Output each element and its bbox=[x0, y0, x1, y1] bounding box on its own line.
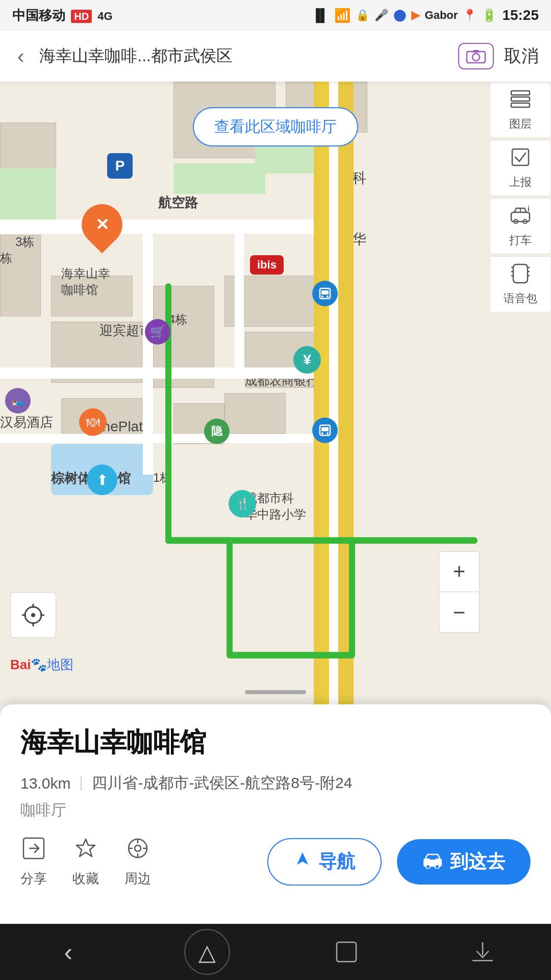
voice-button[interactable]: 语音包 bbox=[490, 256, 551, 312]
zoom-in-button[interactable]: + bbox=[439, 551, 480, 592]
battery-icon: 🔋 bbox=[482, 8, 497, 22]
svg-rect-8 bbox=[321, 427, 329, 431]
wifi-icon: 📶 bbox=[334, 8, 350, 23]
school-marker: 🍴 bbox=[229, 490, 256, 518]
place-distance: 13.0km bbox=[20, 775, 70, 792]
place-address: 四川省-成都市-武侯区-航空路8号-附24 bbox=[92, 773, 352, 794]
mic-icon: 🎤 bbox=[374, 9, 388, 22]
shop-marker-yingbin: 🛒 bbox=[145, 319, 170, 345]
svg-point-28 bbox=[31, 613, 35, 617]
taxi-button[interactable]: i 打车 bbox=[490, 198, 551, 254]
gabor-label: Gabor bbox=[425, 9, 458, 22]
svg-point-10 bbox=[327, 432, 329, 434]
svg-rect-11 bbox=[511, 91, 530, 95]
svg-text:i: i bbox=[528, 205, 530, 213]
share-button[interactable]: 分享 bbox=[20, 836, 47, 888]
nav-recent-button[interactable] bbox=[326, 932, 367, 972]
nearby-label: 周边 bbox=[124, 870, 151, 888]
svg-rect-4 bbox=[321, 290, 329, 295]
recent-apps-icon bbox=[335, 940, 358, 964]
my-location-button[interactable] bbox=[10, 592, 56, 638]
action-buttons-row: 分享 收藏 周边 导航 bbox=[20, 836, 531, 888]
voice-label: 语音包 bbox=[504, 291, 537, 306]
svg-rect-13 bbox=[511, 103, 530, 107]
goto-button[interactable]: 到这去 bbox=[397, 839, 531, 885]
carrier-label: 中国移动 HD 4G bbox=[12, 7, 113, 24]
circle-icon: ⬤ bbox=[393, 9, 406, 22]
svg-point-5 bbox=[321, 296, 323, 298]
share-icon bbox=[21, 836, 46, 866]
place-category: 咖啡厅 bbox=[20, 800, 531, 821]
favorite-button[interactable]: 收藏 bbox=[72, 836, 99, 888]
hd-badge: HD bbox=[71, 10, 92, 23]
search-input[interactable]: 海幸山幸咖啡...都市武侯区 bbox=[39, 45, 448, 67]
layers-label: 图层 bbox=[509, 116, 532, 132]
map-zoom-controls: + − bbox=[439, 551, 480, 633]
svg-rect-45 bbox=[430, 856, 436, 860]
camera-search-button[interactable] bbox=[458, 43, 494, 69]
baidu-logo: Bai🐾地图 bbox=[10, 656, 73, 674]
svg-point-44 bbox=[435, 865, 439, 869]
info-divider bbox=[81, 776, 82, 791]
goto-label: 到这去 bbox=[450, 849, 505, 874]
svg-rect-12 bbox=[511, 97, 530, 101]
svg-rect-46 bbox=[337, 942, 356, 962]
view-coffee-button[interactable]: 查看此区域咖啡厅 bbox=[193, 107, 358, 146]
camera-icon bbox=[466, 48, 486, 64]
favorite-label: 收藏 bbox=[72, 870, 99, 888]
vpn-icon: 🔒 bbox=[356, 9, 369, 22]
location-icon: 📍 bbox=[463, 9, 477, 22]
parking-marker: P bbox=[107, 153, 133, 179]
back-button[interactable]: ‹ bbox=[12, 40, 29, 73]
bottom-navigation: ‹ △ bbox=[0, 924, 551, 980]
svg-marker-41 bbox=[297, 852, 308, 865]
svg-point-6 bbox=[327, 296, 329, 298]
venue-marker: ⬆ bbox=[87, 464, 117, 495]
cancel-button[interactable]: 取消 bbox=[504, 44, 539, 68]
zoom-out-button[interactable]: − bbox=[439, 592, 480, 633]
svg-rect-20 bbox=[513, 264, 528, 283]
report-label: 上报 bbox=[509, 175, 532, 190]
navigate-label: 导航 bbox=[318, 849, 355, 874]
time-label: 15:25 bbox=[502, 7, 539, 23]
svg-marker-34 bbox=[77, 839, 95, 856]
bus-marker-1 bbox=[312, 281, 338, 306]
green-marker-park: 隐 bbox=[204, 419, 230, 444]
navigate-icon bbox=[294, 851, 311, 873]
bus-marker-2 bbox=[312, 418, 338, 443]
voice-icon bbox=[509, 262, 532, 288]
hotel-marker: 🛌 bbox=[5, 388, 31, 413]
map-tools-sidebar: 图层 上报 i 打车 bbox=[490, 82, 551, 314]
svg-rect-2 bbox=[473, 50, 479, 53]
layers-icon bbox=[509, 88, 532, 113]
report-button[interactable]: 上报 bbox=[490, 140, 551, 196]
nav-back-button[interactable]: ‹ bbox=[48, 932, 89, 972]
layers-button[interactable]: 图层 bbox=[490, 82, 551, 138]
signal-icon: ▐▌ bbox=[312, 8, 329, 22]
place-name: 海幸山幸咖啡馆 bbox=[20, 725, 531, 761]
svg-point-36 bbox=[135, 845, 141, 851]
place-detail-panel: 海幸山幸咖啡馆 13.0km 四川省-成都市-武侯区-航空路8号-附24 咖啡厅… bbox=[0, 704, 551, 924]
network-type: 4G bbox=[97, 10, 112, 22]
restaurant-marker-oneplate: 🍽 bbox=[79, 408, 107, 436]
status-right: ▐▌ 📶 🔒 🎤 ⬤ ▶ Gabor 📍 🔋 15:25 bbox=[312, 7, 539, 23]
play-icon: ▶ bbox=[411, 9, 420, 22]
ibis-marker: ibis bbox=[250, 255, 284, 275]
taxi-label: 打车 bbox=[509, 233, 532, 248]
favorite-icon bbox=[73, 836, 98, 866]
download-icon bbox=[471, 940, 494, 964]
navigate-button[interactable]: 导航 bbox=[267, 838, 382, 886]
nav-download-button[interactable] bbox=[462, 932, 503, 972]
search-bar: ‹ 海幸山幸咖啡...都市武侯区 取消 bbox=[0, 31, 551, 82]
svg-point-43 bbox=[426, 865, 430, 869]
nearby-button[interactable]: 周边 bbox=[124, 836, 151, 888]
car-icon bbox=[422, 851, 443, 873]
nav-home-button[interactable]: △ bbox=[184, 929, 230, 975]
bank-marker: ¥ bbox=[293, 346, 321, 374]
svg-point-1 bbox=[472, 54, 480, 61]
map-area[interactable]: 查看此区域咖啡厅 航空路 3栋 栋 4栋 1栋 海幸山幸咖啡馆 迎宾超市 one… bbox=[0, 82, 551, 704]
taxi-icon: i bbox=[509, 204, 532, 230]
share-label: 分享 bbox=[20, 870, 47, 888]
svg-point-9 bbox=[321, 432, 323, 434]
place-info-row: 13.0km 四川省-成都市-武侯区-航空路8号-附24 bbox=[20, 773, 531, 794]
